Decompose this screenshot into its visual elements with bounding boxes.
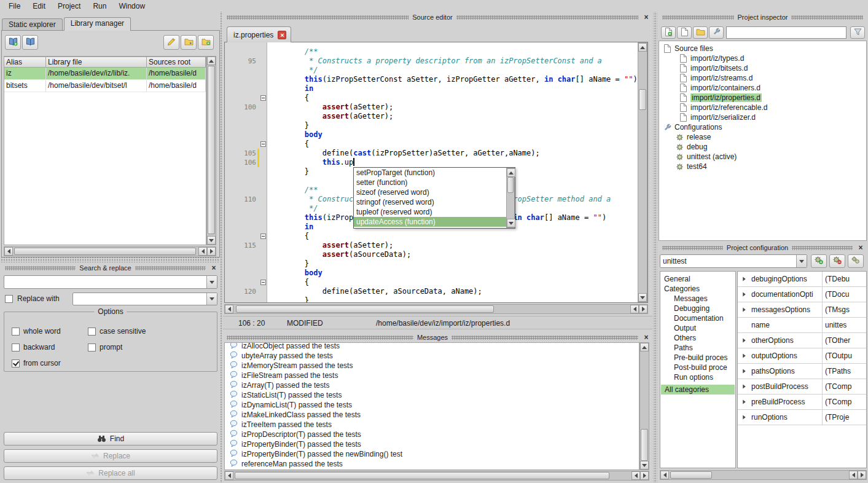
dropdown-button[interactable] xyxy=(206,293,217,305)
menu-run[interactable]: Run xyxy=(87,1,112,12)
property-debugingoptions[interactable]: debugingOptions(TDebu xyxy=(738,272,866,287)
expand-icon[interactable] xyxy=(743,353,746,358)
category-categories[interactable]: Categories xyxy=(660,284,735,294)
open-source-button[interactable] xyxy=(677,26,692,39)
message-row[interactable]: izMemoryStream passed the tests xyxy=(225,361,639,371)
property-documentationopti[interactable]: documentationOpti(TDocu xyxy=(738,287,866,302)
open-library-file-button[interactable] xyxy=(181,35,197,50)
completion-scrollbar[interactable] xyxy=(506,168,515,228)
scroll-thumb[interactable] xyxy=(236,305,494,313)
editor-horizontal-scrollbar[interactable] xyxy=(224,304,648,314)
scroll-thumb[interactable] xyxy=(208,66,215,234)
scroll-left-button-2[interactable] xyxy=(630,305,639,313)
option-backward[interactable]: backward xyxy=(12,343,55,351)
add-library-button[interactable] xyxy=(5,35,21,50)
tree-item-import-iz-referencable-d[interactable]: import/iz/referencable.d xyxy=(660,103,866,112)
tree-item-import-iz-containers-d[interactable]: import/iz/containers.d xyxy=(660,83,866,93)
tree-root-source-files[interactable]: Source files xyxy=(660,44,866,53)
completion-item-updateaccess-function[interactable]: updateAccess (function) xyxy=(354,217,506,227)
replace-all-button[interactable]: Replace all xyxy=(4,466,217,480)
scroll-right-button[interactable] xyxy=(207,247,216,256)
message-row[interactable]: izFileStream passed the tests xyxy=(225,371,639,380)
category-run-options[interactable]: Run options xyxy=(660,372,735,382)
messages-vertical-scrollbar[interactable] xyxy=(639,342,649,470)
replace-button[interactable]: Replace xyxy=(4,449,217,463)
scroll-thumb[interactable] xyxy=(507,177,514,193)
scroll-left-button[interactable] xyxy=(225,305,233,313)
menu-window[interactable]: Window xyxy=(112,1,151,12)
completion-item-sizeof-reserved-word[interactable]: sizeof (reserved word) xyxy=(354,187,506,197)
code-line[interactable]: } xyxy=(269,296,638,302)
replace-with-checkbox[interactable] xyxy=(5,295,13,303)
dropdown-button[interactable] xyxy=(796,255,807,267)
tree-item-import-iz-serializer-d[interactable]: import/iz/serializer.d xyxy=(660,112,866,122)
dropdown-button[interactable] xyxy=(206,276,217,288)
code-line[interactable]: define(cast(izPropSetter)aSetter, aGette… xyxy=(269,149,638,158)
message-row[interactable]: ubyteArray passed the tests xyxy=(225,351,639,361)
expand-icon[interactable] xyxy=(743,338,746,342)
code-line[interactable]: assert(aSetter); xyxy=(269,241,638,250)
scroll-down-button[interactable] xyxy=(207,236,216,245)
scroll-right-button[interactable] xyxy=(858,471,866,479)
close-icon[interactable] xyxy=(856,244,865,252)
tree-item-test64[interactable]: test64 xyxy=(660,162,866,171)
column-header-sources-root[interactable]: Sources root xyxy=(147,57,206,68)
filter-button[interactable] xyxy=(850,26,865,39)
fold-collapse-icon[interactable] xyxy=(260,280,266,285)
code-line[interactable]: assert(aSetter); xyxy=(269,103,638,112)
code-line[interactable]: } xyxy=(269,121,638,130)
expand-icon[interactable] xyxy=(743,292,746,296)
category-others[interactable]: Others xyxy=(660,333,735,343)
scroll-right-button[interactable] xyxy=(639,305,647,313)
new-source-button[interactable] xyxy=(661,26,676,39)
category-output[interactable]: Output xyxy=(660,323,735,333)
expand-icon[interactable] xyxy=(743,384,746,388)
property-otheroptions[interactable]: otherOptions(TOther xyxy=(738,333,866,348)
scroll-up-button[interactable] xyxy=(640,343,649,351)
code-line[interactable]: */ xyxy=(269,66,638,75)
close-icon[interactable] xyxy=(642,334,651,342)
all-categories-item[interactable]: All categories xyxy=(661,385,735,395)
code-line[interactable]: { xyxy=(269,278,638,287)
property-runoptions[interactable]: runOptions(TProje xyxy=(738,410,866,425)
option-prompt[interactable]: prompt xyxy=(88,343,122,351)
fold-collapse-icon[interactable] xyxy=(260,234,266,239)
editor-vertical-scrollbar[interactable] xyxy=(638,42,647,302)
scroll-up-button[interactable] xyxy=(207,57,216,65)
tree-item-import-iz-bitsets-d[interactable]: import/iz/bitsets.d xyxy=(660,63,866,73)
tree-item-release[interactable]: release xyxy=(660,132,866,142)
property-pathsoptions[interactable]: pathsOptions(TPaths xyxy=(738,364,866,379)
replace-term-combobox[interactable] xyxy=(72,293,217,305)
property-prebuildprocess[interactable]: preBuildProcess(TComp xyxy=(738,395,866,410)
fold-collapse-icon[interactable] xyxy=(260,141,266,147)
scroll-thumb[interactable] xyxy=(14,248,196,255)
scroll-thumb[interactable] xyxy=(641,429,648,461)
category-documentation[interactable]: Documentation xyxy=(660,313,735,323)
tree-root-configurations[interactable]: Configurations xyxy=(660,122,866,132)
code-line[interactable]: body xyxy=(269,269,638,278)
scroll-left-button[interactable] xyxy=(225,471,233,480)
scroll-thumb[interactable] xyxy=(235,472,609,479)
category-general[interactable]: General xyxy=(660,274,735,284)
code-line[interactable]: assert(aSourceData); xyxy=(269,250,638,259)
code-line[interactable]: define(aSetter, aSourceData, aName); xyxy=(269,287,638,296)
configuration-combobox[interactable]: unittest xyxy=(660,254,807,268)
scroll-left-button-2[interactable] xyxy=(631,471,640,480)
add-folder-button[interactable] xyxy=(693,26,708,39)
clone-configuration-button[interactable] xyxy=(848,254,864,268)
message-row[interactable]: izArray(T) passed the tests xyxy=(225,380,639,390)
code-line[interactable]: { xyxy=(269,93,638,103)
message-row[interactable]: izDynamicList(T) passed the tests xyxy=(225,400,639,410)
messages-horizontal-scrollbar[interactable] xyxy=(224,471,649,481)
tree-item-debug[interactable]: debug xyxy=(660,142,866,152)
scroll-thumb[interactable] xyxy=(670,471,712,479)
remove-configuration-button[interactable] xyxy=(829,254,845,268)
scroll-up-button[interactable] xyxy=(507,168,515,177)
code-line[interactable]: { xyxy=(269,232,638,241)
code-line[interactable]: assert(aGetter); xyxy=(269,112,638,121)
category-debugging[interactable]: Debugging xyxy=(660,304,735,313)
library-row-iz[interactable]: iz/home/basile/dev/iz/lib/iz./home/basil… xyxy=(4,68,206,80)
code-line[interactable]: body xyxy=(269,130,638,139)
message-row[interactable]: izMakeLinkedClass passed the tests xyxy=(225,410,639,420)
scroll-thumb[interactable] xyxy=(639,89,646,110)
